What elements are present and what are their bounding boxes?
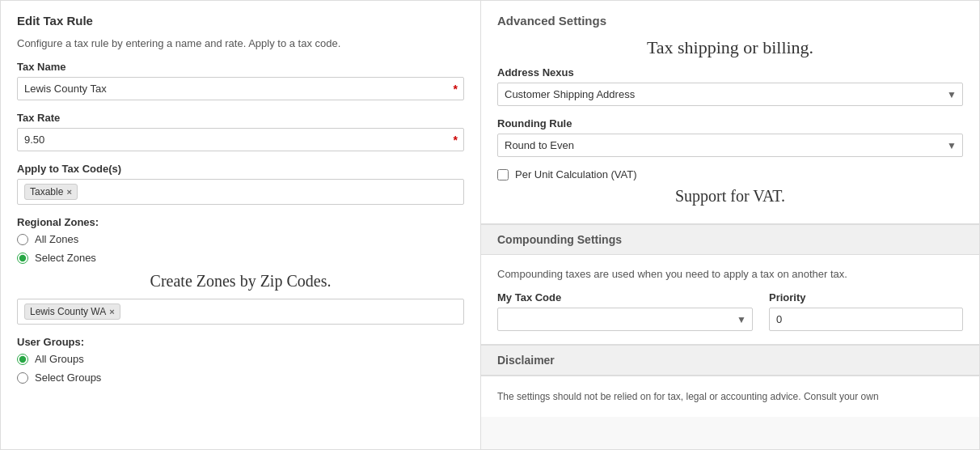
per-unit-row: Per Unit Calculation (VAT) xyxy=(497,168,963,180)
priority-group: Priority xyxy=(769,291,963,331)
my-tax-code-label: My Tax Code xyxy=(497,291,753,304)
rounding-rule-select-wrapper: Round to Even Round Up Round Down ▼ xyxy=(497,134,963,157)
disclaimer-header: Disclaimer xyxy=(481,345,979,376)
select-groups-radio[interactable] xyxy=(17,372,28,384)
lewis-county-wa-tag: Lewis County WA × xyxy=(24,304,120,320)
panel-description: Configure a tax rule by entering a name … xyxy=(17,37,464,49)
regional-zones-label: Regional Zones: xyxy=(17,216,464,228)
tax-name-input-wrapper: * xyxy=(17,77,464,100)
my-tax-code-group: My Tax Code ▼ xyxy=(497,291,753,331)
address-nexus-label: Address Nexus xyxy=(497,66,963,79)
rounding-rule-select[interactable]: Round to Even Round Up Round Down xyxy=(497,134,963,157)
taxable-tag-label: Taxable xyxy=(30,186,63,197)
tax-code-group: Apply to Tax Code(s) Taxable × xyxy=(17,163,464,205)
per-unit-label: Per Unit Calculation (VAT) xyxy=(515,168,637,180)
user-groups-label: User Groups: xyxy=(17,336,464,348)
tax-name-input[interactable] xyxy=(17,77,464,100)
zone-tag-input[interactable]: Lewis County WA × xyxy=(17,299,464,325)
select-groups-label: Select Groups xyxy=(35,371,101,384)
compounding-title: Compounding Settings xyxy=(497,233,622,246)
all-groups-option[interactable]: All Groups xyxy=(17,353,464,365)
panel-title: Edit Tax Rule xyxy=(17,14,464,28)
select-zones-label: Select Zones xyxy=(35,252,96,264)
rounding-rule-label: Rounding Rule xyxy=(497,117,963,129)
vat-annotation: Support for VAT. xyxy=(497,187,963,206)
zone-annotation: Create Zones by Zip Codes. xyxy=(17,272,464,291)
advanced-settings-title: Advanced Settings xyxy=(497,14,963,28)
all-groups-label: All Groups xyxy=(35,353,84,365)
select-zones-option[interactable]: Select Zones xyxy=(17,252,464,264)
disclaimer-text: The settings should not be relied on for… xyxy=(497,389,963,404)
select-groups-option[interactable]: Select Groups xyxy=(17,371,464,384)
tax-rate-group: Tax Rate * xyxy=(17,112,464,151)
tax-rate-required: * xyxy=(454,134,458,146)
regional-zones-group: Regional Zones: All Zones Select Zones C… xyxy=(17,216,464,325)
lewis-county-wa-label: Lewis County WA xyxy=(30,306,106,317)
my-tax-code-select-wrapper: ▼ xyxy=(497,308,753,331)
disclaimer-title: Disclaimer xyxy=(497,354,555,367)
left-panel: Edit Tax Rule Configure a tax rule by en… xyxy=(0,0,481,450)
user-groups-group: User Groups: All Groups Select Groups xyxy=(17,336,464,384)
tax-code-label: Apply to Tax Code(s) xyxy=(17,163,464,175)
zone-radio-group: All Zones Select Zones xyxy=(17,233,464,264)
address-nexus-select-wrapper: Customer Shipping Address Customer Billi… xyxy=(497,83,963,106)
address-nexus-group: Address Nexus Customer Shipping Address … xyxy=(497,66,963,106)
compounding-fields-row: My Tax Code ▼ Priority xyxy=(497,291,963,331)
tax-name-required: * xyxy=(454,83,458,96)
address-nexus-select[interactable]: Customer Shipping Address Customer Billi… xyxy=(497,83,963,106)
disclaimer-section: The settings should not be relied on for… xyxy=(481,376,979,417)
tax-rate-input-wrapper: * xyxy=(17,128,464,151)
tax-code-input[interactable]: Taxable × xyxy=(17,179,464,205)
taxable-tag: Taxable × xyxy=(24,184,78,200)
user-groups-radio-group: All Groups Select Groups xyxy=(17,353,464,384)
all-zones-label: All Zones xyxy=(35,233,78,245)
tax-name-group: Tax Name * xyxy=(17,61,464,100)
shipping-annotation: Tax shipping or billing. xyxy=(497,37,963,58)
compounding-section: Compounding taxes are used when you need… xyxy=(481,255,979,344)
rounding-rule-group: Rounding Rule Round to Even Round Up Rou… xyxy=(497,117,963,157)
my-tax-code-select[interactable] xyxy=(497,308,753,331)
tax-rate-label: Tax Rate xyxy=(17,112,464,124)
right-panel: Advanced Settings Tax shipping or billin… xyxy=(481,0,980,450)
all-zones-option[interactable]: All Zones xyxy=(17,233,464,245)
advanced-settings-section: Advanced Settings Tax shipping or billin… xyxy=(481,1,979,223)
compounding-description: Compounding taxes are used when you need… xyxy=(497,268,963,280)
per-unit-checkbox[interactable] xyxy=(497,169,509,180)
tax-name-label: Tax Name xyxy=(17,61,464,73)
all-zones-radio[interactable] xyxy=(17,234,28,245)
lewis-county-wa-remove[interactable]: × xyxy=(109,307,114,316)
all-groups-radio[interactable] xyxy=(17,354,28,365)
tax-rate-input[interactable] xyxy=(17,128,464,151)
compounding-header: Compounding Settings xyxy=(481,224,979,255)
priority-label: Priority xyxy=(769,291,963,304)
select-zones-radio[interactable] xyxy=(17,253,28,264)
taxable-tag-remove[interactable]: × xyxy=(66,187,71,197)
priority-input[interactable] xyxy=(769,308,963,331)
